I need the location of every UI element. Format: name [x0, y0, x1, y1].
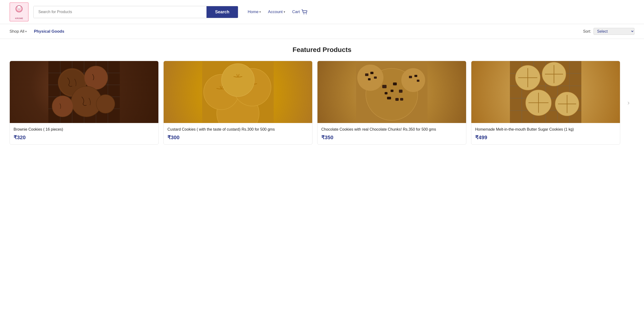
products-container: Brownie Cookies ( 16 pieces) ₹320: [10, 61, 620, 145]
account-nav-item[interactable]: Account ▾: [268, 10, 285, 14]
main-content: Featured Products: [0, 39, 644, 157]
product-price-2: ₹300: [168, 134, 308, 141]
svg-rect-59: [417, 80, 420, 82]
svg-rect-57: [409, 76, 412, 78]
svg-rect-3: [18, 8, 21, 9]
search-input[interactable]: [34, 6, 206, 18]
svg-rect-55: [368, 78, 370, 80]
product-image-3: [318, 61, 466, 123]
chocolate-cookies-visual: [318, 61, 466, 123]
svg-rect-43: [382, 85, 386, 88]
logo-icon: [13, 4, 25, 16]
product-price-3: ₹350: [321, 134, 462, 141]
product-name-2: Custard Cookies ( with the taste of cust…: [168, 127, 308, 132]
home-nav-item[interactable]: Home ▾: [248, 10, 261, 14]
svg-point-38: [222, 64, 254, 96]
butter-cookies-visual: [471, 61, 620, 123]
product-image-1: [10, 61, 158, 123]
products-row: Brownie Cookies ( 16 pieces) ₹320: [10, 61, 634, 145]
product-card-4[interactable]: Homemade Melt-in-the-mouth Butter Sugar …: [471, 61, 620, 145]
subnav-shop-all[interactable]: Shop All ▾: [10, 29, 34, 34]
main-nav: Home ▾ Account ▾ Cart: [248, 9, 308, 15]
svg-rect-44: [393, 83, 397, 85]
custard-cookies-visual: [164, 61, 312, 123]
svg-rect-48: [385, 92, 388, 94]
product-card-2[interactable]: Custard Cookies ( with the taste of cust…: [164, 61, 312, 145]
product-info-4: Homemade Melt-in-the-mouth Butter Sugar …: [471, 123, 620, 144]
svg-rect-53: [370, 72, 374, 74]
next-arrow[interactable]: ›: [622, 97, 634, 109]
product-name-1: Brownie Cookies ( 16 pieces): [14, 127, 154, 132]
account-chevron-icon: ▾: [284, 10, 285, 14]
product-card-3[interactable]: Chocolate Cookies with real Chocolate Ch…: [317, 61, 466, 145]
svg-point-28: [96, 95, 114, 113]
search-button[interactable]: Search: [206, 6, 238, 18]
search-bar: Search: [33, 6, 238, 18]
product-price-1: ₹320: [14, 134, 154, 141]
svg-rect-46: [387, 97, 391, 99]
cart-nav-item[interactable]: Cart: [292, 9, 308, 15]
product-price-4: ₹499: [475, 134, 616, 141]
product-image-2: [164, 61, 312, 123]
svg-point-56: [401, 68, 425, 92]
svg-rect-52: [365, 73, 368, 76]
header: KROME Search Home ▾ Account ▾ Cart: [0, 0, 644, 24]
subnav: Shop All ▾ Physical Goods Sort: Select P…: [0, 24, 644, 39]
svg-point-22: [84, 66, 108, 89]
svg-point-7: [306, 13, 307, 14]
product-name-3: Chocolate Cookies with real Chocolate Ch…: [321, 127, 462, 132]
logo[interactable]: KROME: [10, 3, 28, 22]
svg-rect-58: [414, 75, 417, 77]
svg-point-4: [18, 9, 18, 9]
product-info-1: Brownie Cookies ( 16 pieces) ₹320: [10, 123, 158, 144]
svg-rect-50: [390, 90, 394, 92]
sort-wrapper: Sort: Select Price: Low to High Price: H…: [583, 28, 634, 35]
svg-rect-47: [395, 98, 399, 101]
svg-rect-54: [374, 77, 377, 79]
svg-point-51: [357, 65, 384, 91]
product-info-3: Chocolate Cookies with real Chocolate Ch…: [318, 123, 466, 144]
svg-point-5: [20, 9, 20, 9]
svg-point-6: [304, 13, 304, 14]
product-card-1[interactable]: Brownie Cookies ( 16 pieces) ₹320: [10, 61, 158, 145]
shop-all-chevron-icon: ▾: [25, 30, 27, 33]
svg-point-26: [52, 96, 73, 117]
home-chevron-icon: ▾: [259, 10, 261, 14]
product-info-2: Custard Cookies ( with the taste of cust…: [164, 123, 312, 144]
brownie-cookies-visual: [10, 61, 158, 123]
product-name-4: Homemade Melt-in-the-mouth Butter Sugar …: [475, 127, 616, 132]
product-image-4: [471, 61, 620, 123]
svg-rect-49: [400, 98, 403, 101]
cart-icon: [301, 9, 308, 15]
sort-select[interactable]: Select Price: Low to High Price: High to…: [594, 28, 634, 35]
svg-rect-45: [399, 90, 402, 93]
featured-title: Featured Products: [10, 46, 634, 54]
subnav-physical-goods[interactable]: Physical Goods: [34, 29, 72, 34]
